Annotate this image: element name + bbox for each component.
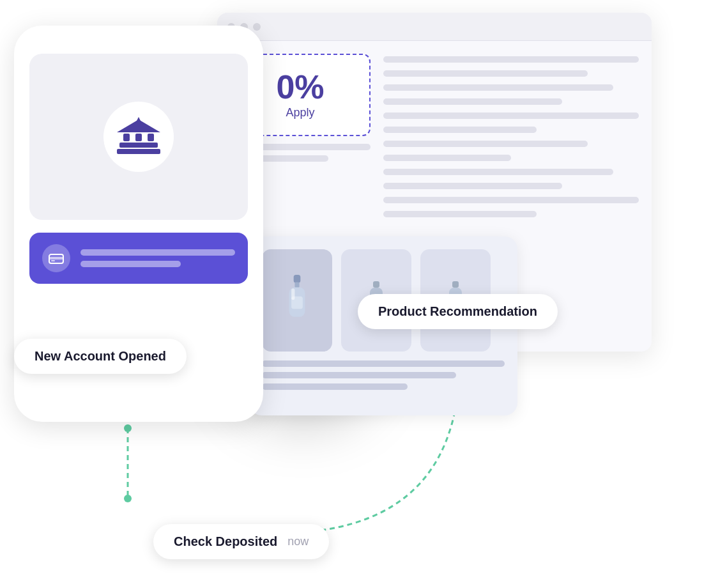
product-text-lines xyxy=(262,360,505,403)
scene: 0% Apply xyxy=(0,0,711,588)
svg-rect-10 xyxy=(294,275,301,282)
phone-notch xyxy=(100,26,177,43)
svg-rect-1 xyxy=(119,143,158,148)
svg-rect-15 xyxy=(373,281,379,288)
svg-point-23 xyxy=(124,495,132,502)
bank-icon-container xyxy=(103,102,174,172)
svg-rect-4 xyxy=(135,134,142,141)
svg-rect-2 xyxy=(117,149,160,154)
br-line-5 xyxy=(383,112,639,119)
pill-product-recommendation: Product Recommendation xyxy=(358,294,558,329)
pill-check-deposited-time: now xyxy=(287,535,309,548)
pill-check-deposited-label: Check Deposited xyxy=(174,534,277,549)
phone-card xyxy=(29,233,248,284)
svg-rect-11 xyxy=(294,282,299,288)
br-line-10 xyxy=(383,183,562,189)
card-line-1 xyxy=(80,249,235,256)
svg-point-22 xyxy=(124,424,132,432)
product-item-main xyxy=(262,249,332,352)
pp-line-1 xyxy=(262,360,505,367)
browser-bar xyxy=(217,13,652,41)
svg-rect-5 xyxy=(148,134,154,141)
br-line-2 xyxy=(383,70,588,77)
br-line-8 xyxy=(383,155,511,161)
pill-check-deposited: Check Deposited now xyxy=(153,524,329,559)
pill-new-account: New Account Opened xyxy=(14,339,187,374)
card-lines xyxy=(80,249,235,267)
phone-hero xyxy=(29,54,248,220)
card-icon xyxy=(42,244,70,272)
bank-icon xyxy=(117,117,160,157)
svg-rect-18 xyxy=(452,281,459,288)
browser-dot-3 xyxy=(253,23,261,31)
br-line-1 xyxy=(383,56,639,63)
br-line-7 xyxy=(383,141,588,147)
br-line-4 xyxy=(383,98,562,105)
br-line-6 xyxy=(383,127,537,133)
svg-rect-8 xyxy=(49,257,63,259)
pp-line-2 xyxy=(262,372,456,378)
card-line-2 xyxy=(80,261,181,267)
payment-icon xyxy=(49,252,64,265)
pp-line-3 xyxy=(262,383,408,390)
br-line-3 xyxy=(383,84,613,91)
svg-rect-9 xyxy=(51,260,55,261)
pill-new-account-label: New Account Opened xyxy=(34,349,166,364)
svg-rect-14 xyxy=(291,288,294,300)
pill-product-rec-label: Product Recommendation xyxy=(378,304,537,319)
bottle-icon xyxy=(283,275,311,326)
svg-rect-3 xyxy=(123,134,130,141)
br-line-12 xyxy=(383,211,537,217)
br-line-9 xyxy=(383,169,613,175)
br-line-11 xyxy=(383,197,639,203)
